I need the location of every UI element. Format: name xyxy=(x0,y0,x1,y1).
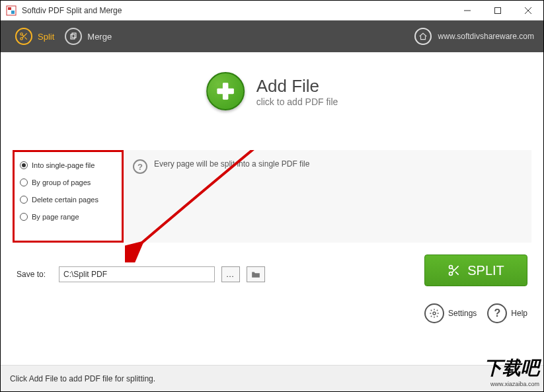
settings-button[interactable]: Settings xyxy=(424,303,477,323)
radio-label: Into single-page file xyxy=(32,161,95,169)
svg-rect-1 xyxy=(8,7,11,10)
svg-rect-13 xyxy=(72,33,76,38)
svg-point-8 xyxy=(20,38,23,40)
watermark: 下载吧 www.xiazaiba.com xyxy=(484,356,539,387)
add-file-subtitle: click to add PDF file xyxy=(256,97,338,107)
radio-delete-pages[interactable]: Delete certain pages xyxy=(20,196,116,204)
titlebar: Softdiv PDF Split and Merge xyxy=(1,1,543,20)
scissors-icon xyxy=(447,264,461,277)
settings-label: Settings xyxy=(448,309,477,318)
split-options-row: Into single-page file By group of pages … xyxy=(13,150,531,243)
statusbar: Click Add File to add PDF file for split… xyxy=(1,365,543,391)
main-content: Add File click to add PDF file Into sing… xyxy=(1,52,543,365)
save-to-label: Save to: xyxy=(17,270,52,279)
minimize-button[interactable] xyxy=(452,1,483,20)
help-button[interactable]: ? Help xyxy=(487,303,527,323)
help-label: Help xyxy=(511,309,527,318)
option-description: Every page will be split into a single P… xyxy=(154,159,309,169)
radio-icon xyxy=(20,178,28,186)
app-icon xyxy=(6,5,17,16)
svg-point-7 xyxy=(20,33,23,36)
add-file-title: Add File xyxy=(256,76,338,97)
svg-line-19 xyxy=(455,272,459,275)
plus-icon xyxy=(206,72,245,110)
svg-point-21 xyxy=(433,312,436,315)
split-mode-panel: Into single-page file By group of pages … xyxy=(13,150,124,243)
svg-line-20 xyxy=(452,268,454,270)
svg-rect-2 xyxy=(11,11,15,14)
svg-point-17 xyxy=(449,272,453,276)
question-icon: ? xyxy=(133,159,147,174)
browse-button[interactable]: ... xyxy=(221,266,240,282)
option-description-panel: ? Every page will be split into a single… xyxy=(124,150,531,243)
merge-icon xyxy=(65,28,82,45)
question-icon: ? xyxy=(487,303,507,323)
window-title: Softdiv PDF Split and Merge xyxy=(22,6,452,15)
radio-icon xyxy=(20,213,28,221)
radio-into-single-page[interactable]: Into single-page file xyxy=(20,161,116,169)
svg-rect-15 xyxy=(217,89,234,95)
watermark-text: 下载吧 xyxy=(484,356,539,381)
save-row: Save to: ... SPLIT xyxy=(17,262,527,286)
radio-label: Delete certain pages xyxy=(32,196,98,204)
mode-toolbar: Split Merge www.softdivshareware.com xyxy=(1,20,543,52)
scissors-icon xyxy=(15,28,32,45)
tab-merge-label: Merge xyxy=(87,32,112,42)
svg-point-16 xyxy=(449,266,453,269)
svg-rect-4 xyxy=(495,7,501,13)
split-button[interactable]: SPLIT xyxy=(424,255,527,286)
radio-label: By page range xyxy=(32,213,79,221)
radio-icon xyxy=(20,196,28,204)
status-text: Click Add File to add PDF file for split… xyxy=(10,374,155,383)
gear-icon xyxy=(424,303,444,323)
split-button-label: SPLIT xyxy=(467,263,504,278)
tab-split-label: Split xyxy=(38,32,54,42)
svg-line-10 xyxy=(24,37,26,39)
maximize-button[interactable] xyxy=(483,1,513,20)
website-link[interactable]: www.softdivshareware.com xyxy=(438,32,534,41)
svg-rect-12 xyxy=(71,34,75,39)
open-folder-button[interactable] xyxy=(247,266,265,282)
footer-actions: Settings ? Help xyxy=(424,303,527,323)
tab-split[interactable]: Split xyxy=(10,20,59,52)
watermark-url: www.xiazaiba.com xyxy=(484,381,539,387)
svg-line-11 xyxy=(22,35,24,36)
save-path-input[interactable] xyxy=(59,266,215,282)
home-icon[interactable] xyxy=(414,28,432,45)
radio-by-group[interactable]: By group of pages xyxy=(20,178,116,186)
radio-label: By group of pages xyxy=(32,178,91,186)
add-file-button[interactable]: Add File click to add PDF file xyxy=(206,72,338,110)
tab-merge[interactable]: Merge xyxy=(59,20,117,52)
radio-by-range[interactable]: By page range xyxy=(20,213,116,221)
close-button[interactable] xyxy=(513,1,543,20)
radio-icon xyxy=(20,161,28,169)
add-file-text: Add File click to add PDF file xyxy=(256,76,338,107)
